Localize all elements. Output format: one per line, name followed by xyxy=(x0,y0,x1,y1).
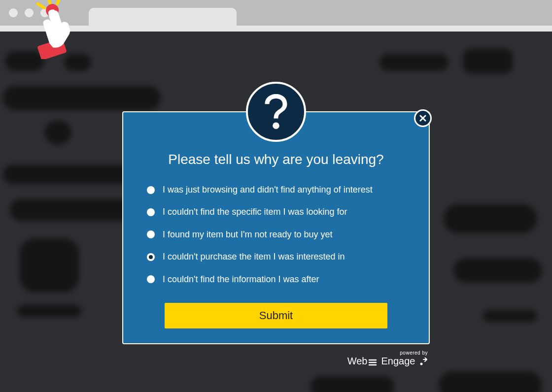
options-list: I was just browsing and didn't find anyt… xyxy=(147,184,405,285)
option-couldnt-find-info[interactable]: I couldn't find the information I was af… xyxy=(147,274,405,285)
window-minimize-dot[interactable] xyxy=(25,8,34,17)
window-controls xyxy=(9,8,49,17)
radio-icon xyxy=(147,230,155,238)
option-label: I couldn't find the specific item I was … xyxy=(163,206,347,218)
option-couldnt-find-item[interactable]: I couldn't find the specific item I was … xyxy=(147,206,405,218)
powered-by-prefix: powered by xyxy=(122,350,428,356)
browser-tab[interactable] xyxy=(89,8,237,26)
radio-icon xyxy=(147,275,155,283)
window-close-dot[interactable] xyxy=(9,8,18,17)
close-button[interactable] xyxy=(414,109,432,127)
submit-button[interactable]: Submit xyxy=(165,303,387,328)
powered-by-branding: powered by Web Engage xyxy=(122,350,430,367)
modal-title: Please tell us why are you leaving? xyxy=(147,152,405,167)
option-not-ready-to-buy[interactable]: I found my item but I'm not ready to buy… xyxy=(147,229,405,240)
brand-engage: Engage xyxy=(381,356,415,366)
radio-icon xyxy=(147,253,155,261)
option-label: I couldn't find the information I was af… xyxy=(163,274,319,285)
url-bar xyxy=(0,26,552,32)
option-browsing[interactable]: I was just browsing and didn't find anyt… xyxy=(147,184,405,196)
radio-icon xyxy=(147,186,155,194)
option-label: I was just browsing and didn't find anyt… xyxy=(163,184,373,196)
brand-web: Web xyxy=(347,356,368,366)
radio-icon xyxy=(147,208,155,216)
option-label: I couldn't purchase the item I was inter… xyxy=(163,251,345,262)
svg-point-5 xyxy=(273,122,279,129)
option-couldnt-purchase[interactable]: I couldn't purchase the item I was inter… xyxy=(147,251,405,262)
exit-intent-modal: Please tell us why are you leaving? I wa… xyxy=(122,111,430,344)
browser-chrome xyxy=(0,0,552,26)
question-mark-icon xyxy=(246,82,306,142)
window-maximize-dot[interactable] xyxy=(40,8,49,17)
option-label: I found my item but I'm not ready to buy… xyxy=(163,229,333,240)
modal-overlay: Please tell us why are you leaving? I wa… xyxy=(0,32,552,392)
svg-point-11 xyxy=(420,362,423,365)
